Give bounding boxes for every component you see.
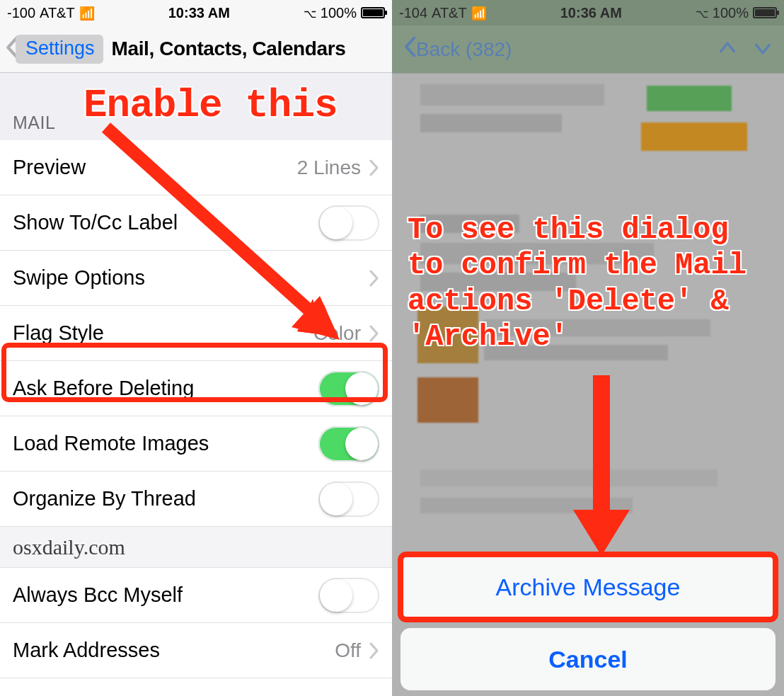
status-bar: -104 AT&T 10:36 AM 100% [392, 0, 784, 25]
row-label: Ask Before Deleting [13, 377, 194, 400]
row-show-to-cc[interactable]: Show To/Cc Label [0, 195, 392, 251]
status-bar: -100 AT&T 10:33 AM 100% [0, 0, 392, 25]
back-label: Settings [16, 35, 103, 64]
chevron-right-icon [369, 270, 379, 287]
row-value: 2 Lines [297, 156, 361, 179]
next-message-icon[interactable] [753, 38, 773, 61]
signal-strength: -104 [399, 5, 427, 21]
wifi-icon [79, 5, 95, 21]
page-title: Mail, Contacts, Calendars [112, 38, 346, 60]
row-label: Organize By Thread [13, 487, 196, 510]
row-increase-quote-level[interactable]: Increase Quote Level On [0, 678, 392, 696]
signal-strength: -100 [7, 5, 35, 21]
chevron-right-icon [369, 642, 379, 659]
prev-message-icon[interactable] [717, 38, 737, 61]
row-preview[interactable]: Preview 2 Lines [0, 140, 392, 195]
row-label: Flag Style [13, 321, 104, 345]
annotation-text-right: To see this dialog to confirm the Mail a… [408, 212, 776, 355]
battery-percent: 100% [321, 5, 357, 21]
settings-list: Preview 2 Lines Show To/Cc Label Swipe O… [0, 140, 392, 696]
annotation-text-left: Enable this [83, 82, 338, 130]
action-sheet-group: Archive Message [400, 556, 776, 618]
watermark-text: osxdaily.com [13, 535, 125, 559]
cancel-button[interactable]: Cancel [400, 628, 776, 690]
battery-icon [753, 7, 777, 18]
row-label: Preview [13, 156, 86, 179]
action-sheet-cancel-group: Cancel [400, 628, 776, 690]
chevron-right-icon [369, 159, 379, 176]
toggle-show-to-cc[interactable] [318, 205, 379, 241]
row-organize-by-thread[interactable]: Organize By Thread [0, 472, 392, 527]
toggle-always-bcc[interactable] [318, 578, 379, 613]
nav-bar: Settings Mail, Contacts, Calendars [0, 25, 392, 73]
chevron-right-icon [369, 325, 379, 342]
row-mark-addresses[interactable]: Mark Addresses Off [0, 623, 392, 678]
carrier-label: AT&T [40, 5, 75, 21]
row-label: Swipe Options [13, 266, 145, 290]
row-label: Mark Addresses [13, 639, 160, 662]
row-value: Off [335, 639, 361, 662]
row-ask-before-deleting[interactable]: Ask Before Deleting [0, 361, 392, 416]
battery-percent: 100% [713, 5, 749, 21]
bluetooth-icon [696, 5, 708, 21]
wifi-icon [471, 5, 487, 21]
status-time: 10:33 AM [168, 5, 230, 21]
back-button[interactable]: Settings [4, 35, 103, 64]
battery-icon [361, 7, 385, 18]
row-label: Always Bcc Myself [13, 583, 183, 607]
carrier-label: AT&T [432, 5, 467, 21]
status-time: 10:36 AM [560, 5, 622, 21]
toggle-load-remote-images[interactable] [318, 426, 379, 462]
watermark: osxdaily.com [0, 527, 392, 568]
nav-bar: Back (382) [392, 25, 784, 73]
toggle-ask-before-deleting[interactable] [318, 371, 379, 406]
row-label: Show To/Cc Label [13, 211, 178, 234]
action-sheet: Archive Message Cancel [400, 556, 776, 690]
bluetooth-icon [304, 5, 316, 21]
row-value: Color [313, 322, 361, 345]
row-flag-style[interactable]: Flag Style Color [0, 306, 392, 361]
row-load-remote-images[interactable]: Load Remote Images [0, 416, 392, 472]
row-always-bcc[interactable]: Always Bcc Myself [0, 568, 392, 623]
row-label: Load Remote Images [13, 432, 209, 455]
back-button[interactable]: Back (382) [403, 36, 512, 62]
toggle-organize-by-thread[interactable] [318, 481, 379, 517]
archive-message-button[interactable]: Archive Message [400, 556, 776, 618]
row-swipe-options[interactable]: Swipe Options [0, 251, 392, 306]
back-label: Back (382) [416, 38, 512, 61]
chevron-left-icon [403, 36, 416, 62]
